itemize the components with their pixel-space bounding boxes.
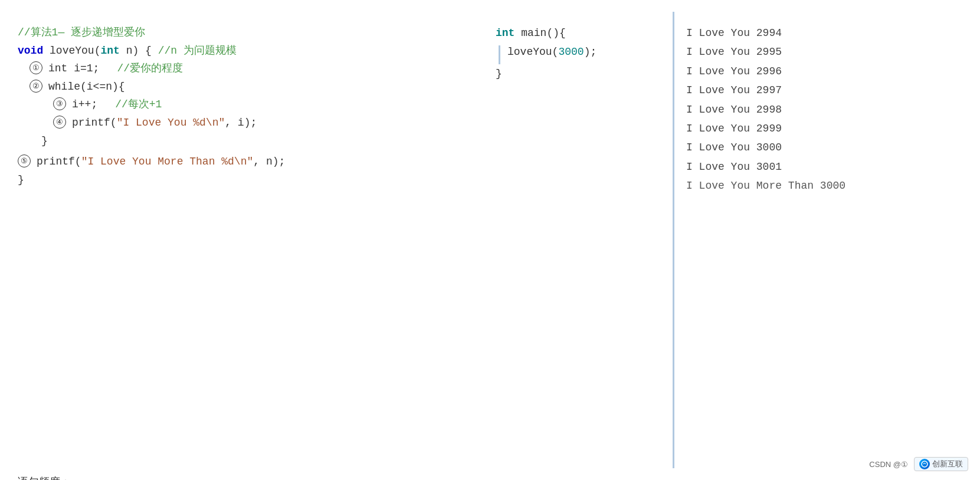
- circle-3: ③: [53, 97, 66, 110]
- main-call: loveYou(3000);: [507, 42, 596, 61]
- circle-5: ⑤: [18, 154, 31, 167]
- svg-point-0: [922, 461, 927, 467]
- chuangxin-text: 创新互联: [932, 459, 963, 469]
- output-line-last: I Love You More Than 3000: [686, 176, 879, 195]
- chuangxin-logo: 创新互联: [914, 457, 968, 471]
- output-line-2: I Love You 2995: [686, 42, 879, 61]
- code-line-void: void loveYou(int n) { //n 为问题规模: [18, 42, 466, 60]
- line2-code: while(i<=n){: [48, 78, 125, 96]
- output-line-4: I Love You 2997: [686, 81, 879, 100]
- output-section: I Love You 2994 I Love You 2995 I Love Y…: [673, 12, 891, 468]
- analysis-label: 语句频度：: [18, 472, 466, 480]
- code-line3: ③ i++; //每次+1: [18, 96, 466, 114]
- comment-line3: //每次+1: [115, 96, 162, 114]
- main-call-line: loveYou(3000);: [499, 42, 661, 64]
- comment-n: //n 为问题规模: [158, 45, 237, 57]
- code-line4: ④ printf("I Love You %d\n", i);: [18, 114, 466, 132]
- code-close-inner: }: [18, 132, 466, 150]
- code-line1: ① int i=1; //爱你的程度: [18, 60, 466, 78]
- code-close-outer: }: [18, 171, 466, 189]
- comment-line1: //爱你的程度: [117, 60, 183, 78]
- output-line-5: I Love You 2998: [686, 100, 879, 119]
- footer: CSDN @① 创新互联: [869, 457, 968, 471]
- code-section: //算法1— 逐步递增型爱你 void loveYou(int n) { //n…: [0, 12, 484, 472]
- circle-4: ④: [53, 116, 66, 129]
- main-header: int main(){: [496, 24, 661, 42]
- code-line2: ② while(i<=n){: [18, 78, 466, 96]
- output-line-3: I Love You 2996: [686, 62, 879, 81]
- chuangxin-icon: [919, 459, 930, 469]
- line5-code: printf("I Love You More Than %d\n", n);: [37, 153, 285, 171]
- output-line-6: I Love You 2999: [686, 119, 879, 138]
- analysis-section: 语句频度： ① ——1次 ② ——3001次 ③ ④: [0, 472, 484, 480]
- line4-code: printf(: [72, 114, 117, 132]
- keyword-void: void: [18, 45, 43, 57]
- line3-code: i++;: [72, 96, 97, 114]
- vertical-bar: [499, 45, 500, 64]
- csdn-logo: CSDN @①: [869, 460, 908, 469]
- line1-code: int i=1;: [48, 60, 99, 78]
- output-line-8: I Love You 3001: [686, 157, 879, 176]
- output-line-1: I Love You 2994: [686, 24, 879, 42]
- code-comment1: //算法1— 逐步递增型爱你: [18, 24, 466, 42]
- func-name: loveYou(: [50, 45, 100, 57]
- circle-2: ②: [30, 80, 42, 93]
- output-line-7: I Love You 3000: [686, 138, 879, 157]
- main-code-section: int main(){ loveYou(3000); }: [484, 12, 673, 468]
- circle-1: ①: [30, 61, 42, 74]
- code-line5: ⑤ printf("I Love You More Than %d\n", n)…: [18, 153, 466, 171]
- main-close: }: [496, 64, 661, 83]
